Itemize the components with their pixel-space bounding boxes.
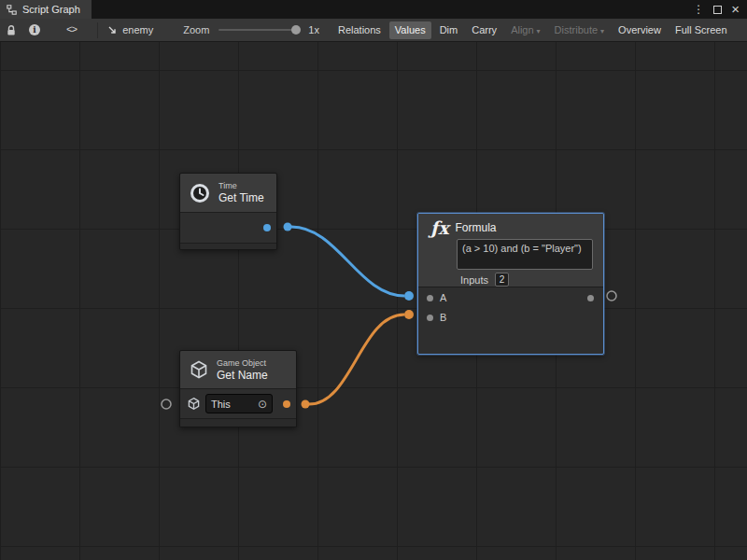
distribute-button[interactable]: Distribute▾ bbox=[549, 21, 610, 39]
graph-toolbar: i <> enemy Zoom 1x Relations Values Dim … bbox=[0, 19, 747, 42]
zoom-label: Zoom bbox=[183, 24, 209, 35]
graph-breadcrumb[interactable]: enemy bbox=[107, 24, 153, 35]
formula-inputs-label: Inputs bbox=[460, 274, 488, 286]
node-title: Get Name bbox=[217, 369, 268, 382]
toolbar-separator bbox=[97, 22, 98, 38]
formula-row-b: B bbox=[418, 308, 603, 327]
get-name-target-field[interactable]: This ⊙ bbox=[205, 394, 273, 413]
graph-asset-icon bbox=[107, 25, 118, 35]
formula-result-inner-port[interactable] bbox=[587, 295, 594, 301]
chevron-down-icon: ▾ bbox=[537, 27, 541, 35]
clock-icon bbox=[189, 182, 211, 204]
script-graph-icon bbox=[7, 5, 17, 15]
formula-header[interactable]: ƒx Formula (a > 10) and (b = "Player") I… bbox=[418, 214, 603, 287]
formula-ports: A B bbox=[418, 287, 603, 354]
window-controls: ⋮ × bbox=[693, 0, 747, 19]
get-time-output-port[interactable] bbox=[263, 224, 271, 231]
code-view-icon[interactable]: <> bbox=[66, 24, 77, 35]
zoom-slider[interactable] bbox=[218, 29, 299, 31]
game-object-cube-icon bbox=[189, 359, 209, 380]
formula-expression-field[interactable]: (a > 10) and (b = "Player") bbox=[457, 239, 593, 270]
close-icon[interactable]: × bbox=[731, 1, 740, 18]
distribute-label: Distribute bbox=[555, 24, 598, 35]
wires-layer bbox=[0, 42, 747, 560]
formula-input-b-port[interactable] bbox=[404, 310, 414, 319]
formula-b-label: B bbox=[440, 308, 446, 327]
get-time-footer bbox=[180, 243, 276, 249]
formula-fx-icon: ƒx bbox=[430, 217, 449, 238]
get-name-footer bbox=[180, 418, 296, 427]
formula-output-port[interactable] bbox=[607, 291, 616, 301]
node-formula[interactable]: ƒx Formula (a > 10) and (b = "Player") I… bbox=[417, 213, 604, 355]
formula-a-label: A bbox=[440, 288, 446, 307]
get-name-body: This ⊙ bbox=[180, 389, 296, 418]
wire-start-dot-blue[interactable] bbox=[284, 223, 292, 231]
wire-start-dot-orange[interactable] bbox=[302, 400, 310, 409]
relations-button[interactable]: Relations bbox=[332, 21, 387, 39]
zoom-value: 1x bbox=[308, 24, 319, 35]
getname-target-input-port[interactable] bbox=[162, 399, 171, 409]
carry-button[interactable]: Carry bbox=[466, 21, 502, 39]
info-icon[interactable]: i bbox=[29, 24, 40, 35]
get-time-body bbox=[180, 213, 276, 243]
cube-icon bbox=[187, 397, 201, 411]
wire-gettime-to-formula-a[interactable] bbox=[291, 227, 404, 296]
node-title: Formula bbox=[456, 221, 497, 234]
lock-icon[interactable] bbox=[6, 24, 17, 36]
chevron-down-icon: ▾ bbox=[600, 27, 604, 35]
object-picker-icon[interactable]: ⊙ bbox=[258, 398, 267, 411]
formula-input-a-port[interactable] bbox=[404, 291, 414, 301]
target-value: This bbox=[211, 399, 258, 410]
get-name-header[interactable]: Game Object Get Name bbox=[180, 351, 296, 389]
window-titlebar: Script Graph ⋮ × bbox=[0, 0, 747, 19]
get-name-output-port[interactable] bbox=[283, 400, 290, 408]
window-menu-icon[interactable]: ⋮ bbox=[693, 0, 704, 19]
formula-inputs-count-field[interactable]: 2 bbox=[495, 273, 509, 287]
node-get-name[interactable]: Game Object Get Name This ⊙ bbox=[179, 350, 297, 427]
values-button[interactable]: Values bbox=[389, 21, 431, 39]
align-label: Align bbox=[511, 24, 533, 35]
formula-row-a: A bbox=[418, 288, 603, 307]
graph-canvas[interactable]: Time Get Time ƒx Formula (a > 10) and (b… bbox=[0, 42, 747, 560]
tab-script-graph[interactable]: Script Graph bbox=[0, 0, 92, 19]
node-category: Game Object bbox=[217, 358, 268, 369]
graph-name-label: enemy bbox=[122, 24, 153, 35]
node-title: Get Time bbox=[218, 191, 264, 204]
formula-b-inner-port[interactable] bbox=[427, 315, 433, 321]
dim-button[interactable]: Dim bbox=[434, 21, 464, 39]
wire-getname-to-formula-b[interactable] bbox=[309, 315, 404, 404]
node-get-time[interactable]: Time Get Time bbox=[179, 173, 277, 250]
tab-title: Script Graph bbox=[22, 4, 80, 15]
full-screen-button[interactable]: Full Screen bbox=[669, 21, 733, 39]
maximize-icon[interactable] bbox=[713, 6, 722, 14]
node-category: Time bbox=[218, 181, 264, 191]
align-button[interactable]: Align▾ bbox=[505, 21, 545, 39]
get-time-header[interactable]: Time Get Time bbox=[180, 174, 276, 213]
overview-button[interactable]: Overview bbox=[613, 21, 667, 39]
zoom-slider-handle[interactable] bbox=[291, 25, 301, 35]
formula-a-inner-port[interactable] bbox=[427, 295, 433, 301]
